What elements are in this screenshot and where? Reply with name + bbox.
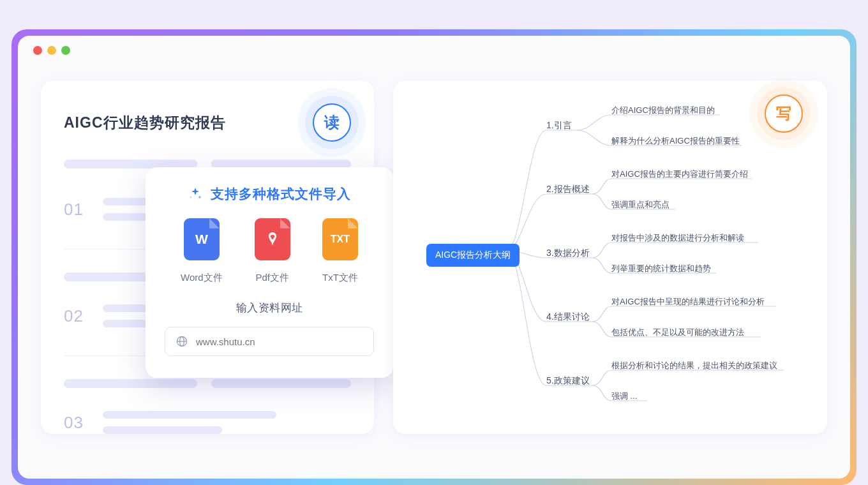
mindmap-branch[interactable]: 5.政策建议 xyxy=(546,375,590,387)
mindmap-leaf[interactable]: 对AIGC报告中呈现的结果进行讨论和分析 xyxy=(611,296,765,308)
item-number: 01 xyxy=(64,200,84,220)
mindmap-leaf[interactable]: 强调重点和亮点 xyxy=(611,199,670,211)
close-dot-icon xyxy=(33,46,42,55)
sparkle-icon xyxy=(188,186,203,202)
mindmap-root[interactable]: AIGC报告分析大纲 xyxy=(426,244,520,267)
mindmap-branch[interactable]: 4.结果讨论 xyxy=(546,311,590,323)
import-subtitle: 输入资料网址 xyxy=(165,301,374,315)
mindmap-leaf[interactable]: 对报告中涉及的数据进行分析和解读 xyxy=(611,232,744,244)
file-type-label: Word文件 xyxy=(181,272,223,284)
globe-icon xyxy=(176,335,188,348)
file-type-label: TxT文件 xyxy=(322,272,358,284)
file-type-word[interactable]: W Word文件 xyxy=(181,218,223,284)
mindmap-branch[interactable]: 2.报告概述 xyxy=(546,184,590,195)
item-number: 03 xyxy=(64,413,84,433)
mindmap-leaf[interactable]: 对AIGC报告的主要内容进行简要介绍 xyxy=(611,168,748,180)
file-type-label: Pdf文件 xyxy=(256,272,290,284)
mindmap-branch[interactable]: 1.引言 xyxy=(546,120,572,131)
mindmap-leaf[interactable]: 强调 ... xyxy=(611,391,637,402)
import-card: 支持多种格式文件导入 W Word文件 Pdf文件 xyxy=(146,167,393,378)
write-panel: 写 xyxy=(393,80,827,434)
pdf-icon xyxy=(255,218,290,260)
mindmap-leaf[interactable]: 包括优点、不足以及可能的改进方法 xyxy=(611,327,744,338)
mindmap-leaf[interactable]: 根据分析和讨论的结果，提出相关的政策建议 xyxy=(611,360,777,371)
minimize-dot-icon xyxy=(47,46,56,55)
list-item: 03 xyxy=(64,411,351,434)
url-input-wrap[interactable] xyxy=(165,327,374,356)
word-icon: W xyxy=(184,218,220,260)
mindmap: AIGC报告分析大纲 1.引言 2.报告概述 3.数据分析 4.结果讨论 5.政… xyxy=(426,100,827,419)
mindmap-leaf[interactable]: 解释为什么分析AIGC报告的重要性 xyxy=(611,135,740,147)
read-panel: AIGC行业趋势研究报告 读 01 02 xyxy=(41,80,374,434)
mindmap-leaf[interactable]: 介绍AIGC报告的背景和目的 xyxy=(611,105,715,116)
maximize-dot-icon xyxy=(61,46,70,55)
report-title: AIGC行业趋势研究报告 xyxy=(64,113,226,133)
window-traffic-lights xyxy=(18,46,850,64)
gradient-frame: AIGC行业趋势研究报告 读 01 02 xyxy=(11,29,857,485)
txt-icon: TXT xyxy=(322,218,358,260)
import-title: 支持多种格式文件导入 xyxy=(211,185,351,203)
mindmap-leaf[interactable]: 列举重要的统计数据和趋势 xyxy=(611,263,711,274)
mindmap-branch[interactable]: 3.数据分析 xyxy=(546,248,590,259)
file-type-pdf[interactable]: Pdf文件 xyxy=(255,218,290,284)
mock-window: AIGC行业趋势研究报告 读 01 02 xyxy=(18,36,850,479)
read-badge: 读 xyxy=(313,103,351,142)
item-number: 02 xyxy=(64,306,84,326)
url-input[interactable] xyxy=(196,336,363,347)
file-type-txt[interactable]: TXT TxT文件 xyxy=(322,218,358,284)
